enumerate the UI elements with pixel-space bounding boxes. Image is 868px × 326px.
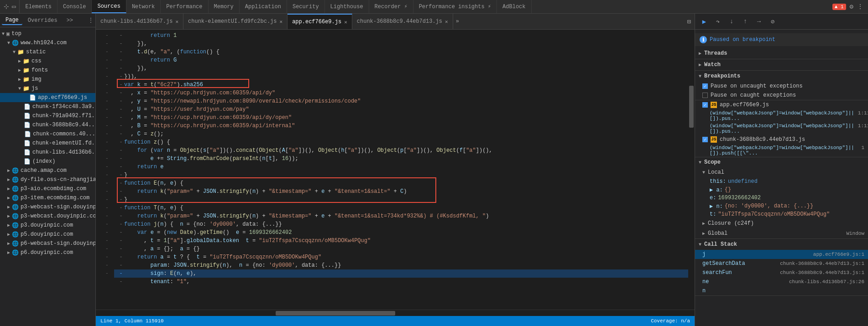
pause-caught-checkbox[interactable]: [702, 93, 708, 98]
tree-item-fonts[interactable]: ▶ 📁 fonts: [0, 66, 95, 75]
tree-item-p6douyin[interactable]: ▶ 🌐 p6.douyinpic.com: [0, 248, 95, 257]
tree-item-p3douyin[interactable]: ▶ 🌐 p3.douyinpic.com: [0, 221, 95, 230]
watch-header[interactable]: ▶ Watch: [695, 59, 868, 70]
callstack-item-searchfun[interactable]: searchFun chunk-3688b8c9.44eb7d13.js:1: [695, 268, 868, 277]
tree-item-domain[interactable]: ▼ 🌐 www.hh1024.com: [0, 38, 95, 47]
file-checkbox[interactable]: ✓: [702, 137, 708, 142]
global-scope-header[interactable]: ▶ Global Window: [695, 228, 868, 238]
tab-performance[interactable]: Performance: [161, 0, 208, 13]
local-scope-header[interactable]: ▼ Local: [695, 167, 868, 177]
stack-entry-1[interactable]: (window["webpackJsonp"]=window["webpackJ…: [695, 109, 868, 122]
tree-item-css[interactable]: ▶ 📁 css: [0, 57, 95, 66]
tab-elements[interactable]: Elements: [20, 0, 58, 13]
sidebar-tab-more[interactable]: >>: [63, 16, 77, 25]
tab-performance-insights[interactable]: Performance insights ⚡: [413, 0, 497, 13]
tree-item-chunk2[interactable]: 📄 chunk-791a0492.f71...: [0, 111, 95, 120]
tree-item-chunk3[interactable]: 📄 chunk-3688b8c9.44...: [0, 120, 95, 129]
code-text: return a = t ? { t = "iuT2Tfspa7Cscqqznn…: [124, 253, 688, 261]
tree-item-js[interactable]: ▼ 📁 js: [0, 84, 95, 93]
tab-adblock[interactable]: AdBlock: [497, 0, 531, 13]
tab-network[interactable]: Network: [126, 0, 161, 13]
center-right: chunk-libs.4d136b67.js ✕ chunk-elementUI…: [96, 14, 868, 326]
tree-item-dy[interactable]: ▶ 🌐 dy-file.oss-cn-zhangjiako...: [0, 175, 95, 184]
globe-icon: 🌐: [12, 213, 19, 220]
call-stack-header[interactable]: ▼ Call Stack: [695, 239, 868, 250]
vertical-scrollbar[interactable]: [688, 30, 695, 310]
deactivate-breakpoints-button[interactable]: ⊘: [767, 16, 778, 27]
tree-item-top[interactable]: ▼ ▣ top: [0, 29, 95, 38]
tree-item-p3webcast[interactable]: ▶ 🌐 p3-webcast.douyinpic.com: [0, 212, 95, 221]
stack-entry-3[interactable]: (window["webpackJsonp"]=window["webpackJ…: [695, 144, 868, 157]
tree-item-p3webcast-sign[interactable]: ▶ 🌐 p3-webcast-sign.douyinpic...: [0, 202, 95, 212]
step-into-button[interactable]: ↓: [726, 16, 737, 27]
tab-sources[interactable]: Sources: [92, 0, 126, 13]
watch-section: ▶ Watch: [695, 59, 868, 71]
line-num: -: [96, 105, 112, 114]
editor-tab-chunk3688[interactable]: chunk-3688b8c9.44eb7d13.js ✕: [352, 14, 453, 29]
gutter: -: [118, 130, 124, 138]
step-button[interactable]: →: [753, 16, 764, 27]
tree-item-chunk1[interactable]: 📄 chunk-1f34cc48.3a9...: [0, 102, 95, 111]
sidebar-tab-page[interactable]: Page: [2, 16, 22, 25]
pause-uncaught-checkbox[interactable]: ✓: [702, 83, 708, 89]
gutter: -: [118, 81, 124, 89]
code-content[interactable]: - return 1 - }), - t.d(e, "a", (function…: [114, 30, 688, 310]
tab-console[interactable]: Console: [58, 0, 92, 13]
breakpoints-header[interactable]: ▼ Breakpoints: [695, 71, 868, 82]
more-icon[interactable]: ⋮: [857, 3, 863, 10]
tab-security[interactable]: Security: [287, 0, 325, 13]
tab-memory[interactable]: Memory: [209, 0, 240, 13]
callstack-item-getsearchdata[interactable]: getSearchData chunk-3688b8c9.44eb7d13.js…: [695, 259, 868, 268]
stack-entry-2[interactable]: (window["webpackJsonp"]=window["webpackJ…: [695, 122, 868, 135]
step-over-button[interactable]: ↷: [712, 16, 723, 27]
editor-tab-elementui[interactable]: chunk-elementUI.fd9fc2bc.js ✕: [183, 14, 288, 29]
cursor-icon[interactable]: ⊹: [4, 3, 9, 10]
tree-item-chunk6[interactable]: 📄 chunk-libs.4d136b6...: [0, 148, 95, 157]
step-out-button[interactable]: ↑: [740, 16, 751, 27]
editor-tab-app[interactable]: app.ecf766e9.js ✕: [288, 14, 352, 29]
tree-item-p6webcast-sign[interactable]: ▶ 🌐 p6-webcast-sign.douyinpic...: [0, 239, 95, 248]
tree-item-amap[interactable]: ▶ 🌐 cache.amap.com: [0, 166, 95, 175]
tree-item-chunk4[interactable]: 📄 chunk-commons.40...: [0, 129, 95, 139]
editor-tab-libs[interactable]: chunk-libs.4d136b67.js ✕: [96, 14, 183, 29]
tree-item-chunk5[interactable]: 📄 chunk-elementUI.fd...: [0, 139, 95, 148]
tab-recorder[interactable]: Recorder ⚡: [369, 0, 413, 13]
callstack-item-n[interactable]: n: [695, 286, 868, 295]
tree-item-app-js[interactable]: 📄 app.ecf766e9.js: [0, 93, 95, 102]
callstack-item-j[interactable]: j app.ecf766e9.js:1: [695, 250, 868, 259]
tree-item-index[interactable]: 📄 (index): [0, 157, 95, 166]
tree-item-img[interactable]: ▶ 📁 img: [0, 75, 95, 84]
file-checkbox[interactable]: ✓: [702, 102, 708, 108]
tree-item-p3item[interactable]: ▶ 🌐 p3-item.ecombdimg.com: [0, 193, 95, 202]
settings-icon[interactable]: ⚙: [850, 3, 853, 10]
file-icon: 📄: [24, 113, 31, 119]
close-icon[interactable]: ✕: [175, 19, 178, 25]
tab-overflow[interactable]: »: [453, 18, 462, 25]
file-entry-app[interactable]: ✓ JS app.ecf766e9.js: [695, 100, 868, 109]
tree-item-p3aio[interactable]: ▶ 🌐 p3-aio.ecombdimg.com: [0, 184, 95, 193]
sidebar-tab-overrides[interactable]: Overrides: [24, 16, 61, 25]
threads-header[interactable]: ▶ Threads: [695, 48, 868, 59]
file-entry-chunk[interactable]: ✓ JS chunk-3688b8c9.44eb7d13.js: [695, 135, 868, 144]
tab-application[interactable]: Application: [240, 0, 287, 13]
tree-item-p5douyin[interactable]: ▶ 🌐 p5.douyinpic.com: [0, 230, 95, 239]
resume-button[interactable]: ▶: [699, 16, 710, 27]
tab-lighthouse[interactable]: Lighthouse: [325, 0, 369, 13]
callstack-item-ne[interactable]: ne chunk-libs.4d136b67.js:26: [695, 277, 868, 286]
scope-header[interactable]: ▼ Scope: [695, 157, 868, 167]
sidebar-kebab-menu[interactable]: ⋮: [88, 17, 94, 24]
close-icon[interactable]: ✕: [344, 19, 347, 25]
h-scroll-thumb[interactable]: [276, 311, 395, 316]
split-editor-icon[interactable]: ⊟: [687, 18, 691, 26]
call-stack-section: ▼ Call Stack j app.ecf766e9.js:1 getSear…: [695, 239, 868, 296]
close-icon[interactable]: ✕: [445, 19, 448, 25]
arrow-icon: ▶: [7, 241, 10, 246]
code-text: return k("param=" + JSON.stringify(n) + …: [124, 212, 688, 220]
closure-scope-header[interactable]: ▶ Closure (c24f): [695, 218, 868, 228]
device-icon[interactable]: ▭: [12, 3, 16, 10]
close-icon[interactable]: ✕: [280, 19, 283, 25]
scroll-thumb[interactable]: [689, 86, 694, 128]
code-text: }: [124, 196, 688, 204]
horizontal-scrollbar[interactable]: [96, 310, 695, 316]
tree-item-static[interactable]: ▼ 📁 static: [0, 47, 95, 57]
